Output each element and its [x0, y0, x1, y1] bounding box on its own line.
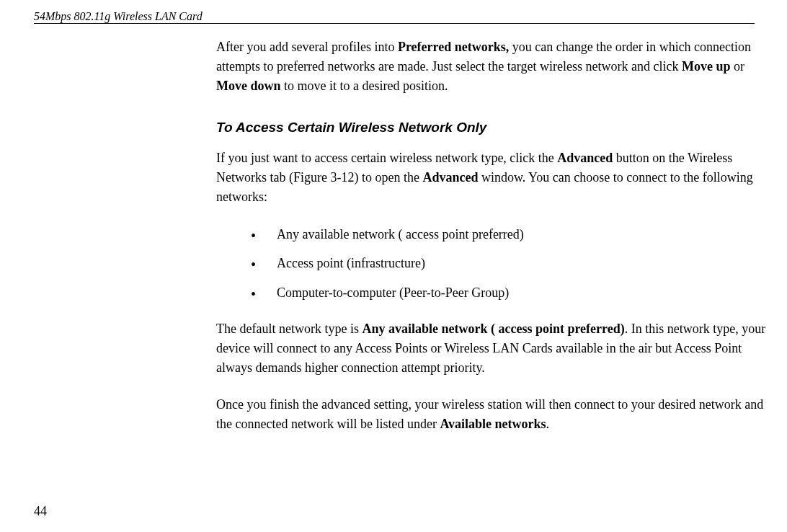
- bold-text: Advanced: [422, 170, 478, 185]
- bold-text: Move down: [216, 79, 281, 93]
- bold-text: Move up: [682, 59, 731, 74]
- text: to move it to a desired position.: [281, 79, 448, 93]
- bold-text: Any available network ( access point pre…: [362, 322, 624, 336]
- text: or: [730, 59, 744, 74]
- paragraph-2: If you just want to access certain wirel…: [216, 148, 778, 207]
- main-content: After you add several profiles into Pref…: [216, 37, 778, 448]
- text: If you just want to access certain wirel…: [216, 151, 557, 165]
- subheading: To Access Certain Wireless Network Only: [216, 118, 778, 138]
- list-item: Access point (infrastructure): [216, 253, 778, 274]
- text: .: [546, 417, 550, 431]
- bullet-list: Any available network ( access point pre…: [216, 224, 778, 303]
- text: The default network type is: [216, 322, 362, 336]
- page-number: 44: [34, 504, 47, 519]
- paragraph-4: Once you finish the advanced setting, yo…: [216, 395, 778, 434]
- header-divider: [34, 23, 755, 24]
- list-item: Any available network ( access point pre…: [216, 224, 778, 245]
- bold-text: Preferred networks,: [398, 40, 509, 54]
- bold-text: Advanced: [557, 151, 613, 165]
- paragraph-3: The default network type is Any availabl…: [216, 319, 778, 378]
- paragraph-1: After you add several profiles into Pref…: [216, 37, 778, 96]
- list-item: Computer-to-computer (Peer-to-Peer Group…: [216, 283, 778, 303]
- header-title: 54Mbps 802.11g Wireless LAN Card: [34, 10, 203, 23]
- text: After you add several profiles into: [216, 40, 398, 54]
- bold-text: Available networks: [440, 417, 546, 431]
